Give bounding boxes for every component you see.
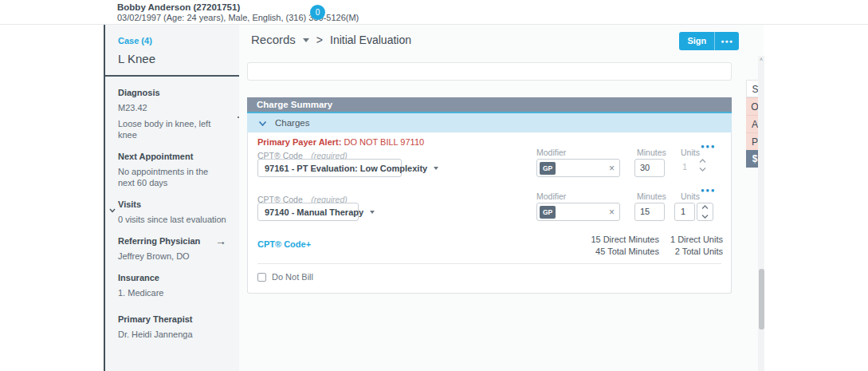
payer-alert-text: DO NOT BILL 97110 xyxy=(344,137,424,147)
arrow-right-icon[interactable]: → xyxy=(215,235,226,247)
total-minutes-total: 45 Total Minutes xyxy=(591,247,659,256)
next-appointment-text: No appointments in the next 60 days xyxy=(118,166,226,188)
case-link[interactable]: Case (4) xyxy=(118,36,226,45)
sidebar-section-referring-physician: Referring Physician → Jeffrey Brown, DO xyxy=(105,236,239,262)
case-name: L Knee xyxy=(118,52,226,65)
breadcrumb: Records > Initial Evaluation xyxy=(251,33,411,46)
caret-down-icon xyxy=(434,167,438,170)
clear-icon[interactable]: × xyxy=(609,207,615,218)
units-stepper-2[interactable] xyxy=(697,203,713,221)
payer-alert: Primary Payer Alert: DO NOT BILL 97110 xyxy=(257,137,424,147)
insurance-heading: Insurance xyxy=(118,273,159,282)
sidebar-section-visits: Visits 0 visits since last evaluation xyxy=(105,199,239,225)
do-not-bill-checkbox[interactable] xyxy=(257,273,266,282)
app-frame: Case (4) L Knee Diagnosis M23.42 Loose b… xyxy=(104,25,764,371)
charge-totals: 15 Direct Minutes 1 Direct Units 45 Tota… xyxy=(591,235,723,256)
charges-body: Primary Payer Alert: DO NOT BILL 97110 C… xyxy=(247,132,732,294)
add-cpt-code-link[interactable]: CPT® Code+ xyxy=(257,239,311,249)
primary-therapist-heading: Primary Therapist xyxy=(118,314,193,324)
diagnosis-description: Loose body in knee, left knee xyxy=(118,118,226,140)
direct-minutes-total: 15 Direct Minutes xyxy=(591,235,659,244)
primary-therapist-name: Dr. Heidi Jannenga xyxy=(118,329,226,340)
units-input-2[interactable]: 1 xyxy=(674,203,695,221)
previous-section-card xyxy=(247,62,732,81)
insurance-name: 1. Medicare xyxy=(118,287,226,298)
stepper-down-button[interactable] xyxy=(697,212,713,221)
do-not-bill-label: Do Not Bill xyxy=(272,272,313,282)
direct-units-total: 1 Direct Units xyxy=(670,235,723,244)
total-units-total: 2 Total Units xyxy=(670,247,723,256)
units-label: Units xyxy=(681,148,700,157)
diagnosis-code: M23.42 xyxy=(118,102,226,113)
sidebar: Case (4) L Knee Diagnosis M23.42 Loose b… xyxy=(104,25,239,371)
scroll-up-icon[interactable]: ˄ xyxy=(758,56,764,64)
cpt-code-select-1[interactable]: 97161 - PT Evaluation: Low Complexity xyxy=(257,159,402,177)
breadcrumb-current: Initial Evaluation xyxy=(330,34,411,46)
row-menu-icon[interactable]: ●●● xyxy=(701,187,716,194)
visits-text: 0 visits since last evaluation xyxy=(118,214,226,225)
sidebar-section-next-appointment: Next Appointment No appointments in the … xyxy=(105,152,239,188)
chevron-down-icon xyxy=(699,167,706,172)
minutes-input-1[interactable]: 30 xyxy=(634,159,665,177)
minutes-label: Minutes xyxy=(637,191,666,201)
clear-icon[interactable]: × xyxy=(609,163,615,174)
modifier-chip-1[interactable]: GP xyxy=(540,162,556,175)
charges-toggle-row[interactable]: Charges xyxy=(247,113,732,132)
sign-more-button[interactable]: ●●● xyxy=(714,32,739,50)
sidebar-section-insurance: Insurance 1. Medicare xyxy=(105,273,239,298)
cpt-code-value-2: 97140 - Manual Therapy xyxy=(265,207,363,217)
sidebar-section-primary-therapist: Primary Therapist Dr. Heidi Jannenga xyxy=(105,314,239,340)
referring-physician-heading: Referring Physician xyxy=(118,236,200,246)
cpt-code-value-1: 97161 - PT Evaluation: Low Complexity xyxy=(265,164,427,173)
caret-down-icon xyxy=(370,211,375,214)
chevron-up-icon xyxy=(699,159,706,164)
vertical-scrollbar[interactable]: ˄ xyxy=(758,56,764,371)
main-content: Records > Initial Evaluation Sign ●●● Ch… xyxy=(239,25,764,371)
chevron-down-icon[interactable] xyxy=(109,202,116,216)
breadcrumb-records[interactable]: Records xyxy=(251,33,296,46)
sidebar-divider xyxy=(105,75,239,77)
stepper-up-button[interactable] xyxy=(697,203,713,212)
sign-split-button: Sign ●●● xyxy=(679,32,739,50)
sign-button[interactable]: Sign xyxy=(679,32,714,50)
minutes-input-2[interactable]: 15 xyxy=(634,203,665,221)
scrollbar-thumb[interactable] xyxy=(759,269,764,330)
visits-heading[interactable]: Visits xyxy=(118,199,141,209)
charge-summary-header: Charge Summary xyxy=(247,97,732,113)
next-appointment-heading: Next Appointment xyxy=(118,152,193,161)
caret-down-icon[interactable] xyxy=(303,38,309,42)
notification-badge[interactable]: 0 xyxy=(310,5,325,20)
units-stepper-1[interactable] xyxy=(699,159,706,172)
charge-summary-card: Charge Summary Charges Primary Payer Ale… xyxy=(247,97,732,294)
do-not-bill-row: Do Not Bill xyxy=(257,272,313,282)
diagnosis-heading: Diagnosis xyxy=(118,88,160,97)
referring-physician-name: Jeffrey Brown, DO xyxy=(118,251,226,262)
divider xyxy=(257,263,721,264)
chevron-down-icon[interactable] xyxy=(258,116,267,130)
units-value-1: 1 xyxy=(682,162,687,172)
units-label: Units xyxy=(681,191,700,201)
charges-section-label: Charges xyxy=(275,118,309,128)
modifier-chip-2[interactable]: GP xyxy=(540,206,556,219)
cpt-code-select-2[interactable]: 97140 - Manual Therapy xyxy=(257,203,359,221)
breadcrumb-separator: > xyxy=(316,34,323,46)
modifier-input-1[interactable]: GP × xyxy=(536,159,620,177)
row-menu-icon[interactable]: ●●● xyxy=(701,143,716,150)
payer-alert-label: Primary Payer Alert: xyxy=(257,137,341,147)
patient-header-bar: Bobby Anderson (27201751) 03/02/1997 (Ag… xyxy=(0,0,868,25)
page: Bobby Anderson (27201751) 03/02/1997 (Ag… xyxy=(0,0,868,371)
modifier-label: Modifier xyxy=(536,191,566,201)
sidebar-section-diagnosis: Diagnosis M23.42 Loose body in knee, lef… xyxy=(105,88,239,140)
minutes-label: Minutes xyxy=(637,148,666,157)
modifier-label: Modifier xyxy=(536,148,566,157)
modifier-input-2[interactable]: GP × xyxy=(536,203,620,221)
